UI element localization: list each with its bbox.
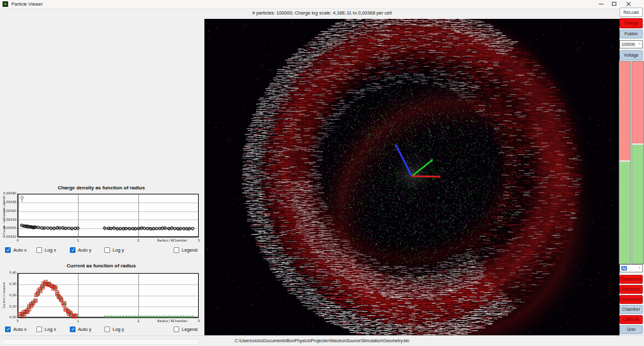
maximize-button[interactable]	[608, 0, 621, 8]
gauge-segment	[619, 62, 630, 160]
minimize-button[interactable]	[595, 0, 608, 8]
particle-3d-viewport[interactable]	[204, 19, 619, 335]
grid-button[interactable]: Grid	[619, 325, 643, 334]
titlebar: Particle Viewer	[0, 0, 644, 9]
gauge-segment	[632, 62, 643, 143]
fusion-button[interactable]: Fusion	[619, 30, 643, 38]
charge-gauge	[619, 61, 631, 264]
checkbox-icon	[5, 247, 11, 253]
chart1-controls: Auto x Log x Auto y Log y Legend	[0, 246, 203, 254]
chart1-legend-checkbox[interactable]: Legend	[174, 246, 197, 254]
conductors-button[interactable]: Conductors	[619, 295, 643, 304]
chart1-auto-x-checkbox[interactable]: Auto x	[5, 246, 26, 254]
cathode-button[interactable]: Cathode	[619, 315, 643, 324]
species-filter-dropdown[interactable]: All ∨	[619, 264, 643, 272]
chart2-controls: Auto x Log x Auto y Log y Legend	[0, 325, 203, 333]
checkbox-icon	[5, 326, 11, 332]
chart1-log-x-checkbox[interactable]: Log x	[36, 246, 56, 254]
checkbox-icon	[174, 247, 179, 253]
chart1-auto-y-checkbox[interactable]: Auto y	[70, 246, 91, 254]
chart2-title: Current as function of radius	[0, 263, 203, 269]
checkbox-icon	[36, 326, 42, 332]
voltage-button[interactable]: Voltage	[619, 50, 643, 60]
chart2-log-y-checkbox[interactable]: Log y	[104, 325, 124, 333]
electrons-button[interactable]: Electrons	[619, 285, 643, 294]
chart2-legend-checkbox[interactable]: Legend	[174, 325, 197, 333]
gauge-segment	[619, 160, 630, 264]
chart2-auto-x-checkbox[interactable]: Auto x	[5, 325, 26, 333]
chamber-button[interactable]: Chamber	[619, 305, 643, 314]
deuterium-button[interactable]: Deuterium	[619, 275, 643, 284]
chevron-down-icon: ∨	[638, 265, 641, 269]
geometry-file-path: C:\Users\victo\Documents\BonPhysics\Proj…	[235, 338, 409, 343]
charge-density-chart[interactable]	[0, 192, 203, 245]
particle-viewer-window: { "window": { "title": "Particle Viewer"…	[0, 0, 644, 346]
particles-status-text: # particles: 100000; Charge log scale: 4…	[252, 10, 392, 16]
top-status-bar: # particles: 100000; Charge log scale: 4…	[0, 9, 644, 19]
chart2-auto-y-checkbox[interactable]: Auto y	[70, 325, 91, 333]
chart1-log-y-checkbox[interactable]: Log y	[104, 246, 124, 254]
species-filter-value: All	[621, 266, 627, 271]
left-panel: Charge density as function of radius Aut…	[0, 19, 204, 335]
gauge-segment	[632, 143, 643, 264]
checkbox-icon	[104, 247, 110, 253]
app-icon-core	[4, 3, 6, 5]
window-title: Particle Viewer	[11, 1, 43, 7]
chart1-title: Charge density as function of radius	[0, 185, 203, 191]
chevron-down-icon: ∨	[638, 42, 641, 45]
particle-count-value: 100000	[621, 42, 635, 47]
checkbox-icon	[174, 326, 179, 332]
checkbox-icon	[70, 326, 75, 332]
current-chart[interactable]	[0, 270, 203, 323]
particle-count-dropdown[interactable]: 100000 ∨	[619, 40, 643, 48]
fusion-gauge	[631, 61, 644, 264]
checkbox-icon	[104, 326, 110, 332]
status-progress-track	[2, 339, 200, 345]
reload-button[interactable]: ReLoad	[619, 8, 643, 17]
chart2-log-x-checkbox[interactable]: Log x	[36, 325, 56, 333]
checkbox-icon	[36, 247, 42, 253]
maximize-icon	[612, 2, 616, 6]
checkbox-icon	[70, 247, 75, 253]
app-icon	[3, 1, 8, 7]
minimize-icon	[599, 4, 604, 4]
charge-button[interactable]: Charge	[619, 18, 643, 28]
